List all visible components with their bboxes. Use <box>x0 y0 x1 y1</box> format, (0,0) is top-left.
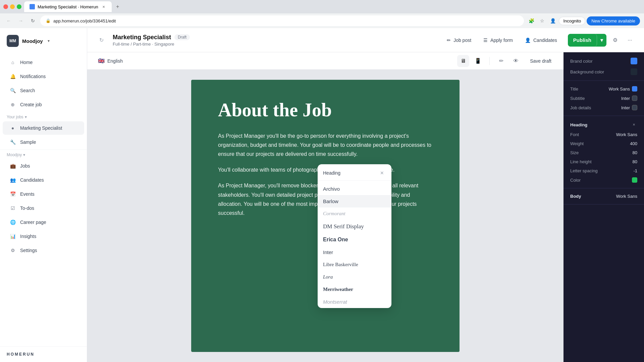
job-title-area: Marketing Specialist Draft <box>113 34 436 41</box>
body-section: Body Work Sans <box>564 188 644 204</box>
language-selector[interactable]: 🇬🇧 English <box>94 56 127 66</box>
publish-button[interactable]: Publish <box>568 34 597 47</box>
letter-spacing-row: Letter spacing -1 <box>570 168 637 173</box>
incognito-button[interactable]: Incognito <box>559 17 585 25</box>
tab-close-btn[interactable]: ✕ <box>101 4 106 9</box>
settings-header-btn[interactable]: ⚙ <box>609 34 621 46</box>
browser-chrome: Marketing Specialist · Homerun ✕ + <box>0 0 644 13</box>
insights-icon: 📊 <box>9 233 16 240</box>
brand-color-swatch[interactable] <box>631 58 637 64</box>
subtitle-color-swatch[interactable] <box>632 96 637 101</box>
nav-label-sample: Sample <box>20 139 36 145</box>
sidebar-item-settings[interactable]: ⚙ Settings <box>3 244 84 257</box>
sidebar-item-search[interactable]: 🔍 Search <box>3 84 84 97</box>
candidates-tab-icon: 👤 <box>525 38 531 43</box>
nav-label-search: Search <box>20 88 35 93</box>
more-options-btn[interactable]: ··· <box>624 34 636 46</box>
sidebar-item-notifications[interactable]: 🔔 Notifications <box>3 70 84 83</box>
window-maximize-btn[interactable] <box>17 4 21 9</box>
background-color-swatch[interactable] <box>631 68 637 75</box>
refresh-button[interactable]: ↻ <box>28 16 38 25</box>
font-item-erica-one[interactable]: Erica One <box>318 233 391 246</box>
sidebar-item-home[interactable]: ⌂ Home <box>3 56 84 69</box>
flag-icon: 🇬🇧 <box>98 58 105 64</box>
weight-label: Weight <box>570 141 584 146</box>
settings-icon: ⚙ <box>9 247 16 254</box>
canvas-toolbar-right: 🖥 📱 ✏ 👁 Save draft <box>457 55 557 67</box>
language-label: English <box>107 58 123 64</box>
company-chevron-icon[interactable]: ▾ <box>48 39 50 43</box>
forward-button[interactable]: → <box>16 16 25 25</box>
sidebar-item-todos[interactable]: ☑ To-dos <box>3 201 84 215</box>
nav-label-insights: Insights <box>20 234 36 239</box>
canvas-toolbar: 🇬🇧 English 🖥 📱 ✏ 👁 Save draft <box>87 52 564 70</box>
profile-btn[interactable]: 👤 <box>548 16 557 25</box>
font-item-inter[interactable]: Inter <box>318 246 391 258</box>
sync-button[interactable]: ↻ <box>95 34 107 46</box>
moodjoy-chevron-icon: ▾ <box>23 153 25 157</box>
preview-mode-btn[interactable]: 👁 <box>510 55 522 67</box>
window-close-btn[interactable] <box>3 4 8 9</box>
sidebar-item-jobs[interactable]: 💼 Jobs <box>3 159 84 173</box>
font-dropdown-list: Archivo Barlow Cormorant DM Serif Displa… <box>318 181 391 308</box>
title-font-row: Title Work Sans <box>570 86 637 92</box>
font-item-libre-baskerville[interactable]: Libre Baskerville <box>318 258 391 271</box>
title-color-swatch[interactable] <box>632 86 637 92</box>
edit-mode-btn[interactable]: ✏ <box>495 55 507 67</box>
brand-color-label: Brand color <box>570 59 592 64</box>
company-avatar: MM <box>7 35 19 47</box>
publish-dropdown-btn[interactable]: ▾ <box>597 34 606 47</box>
new-chrome-button[interactable]: New Chrome available <box>587 16 640 25</box>
job-title-text: Marketing Specialist <box>113 34 171 41</box>
heading-close-btn[interactable]: × <box>631 121 637 128</box>
font-item-cormorant[interactable]: Cormorant <box>318 207 391 220</box>
font-item-barlow[interactable]: Barlow <box>318 195 391 207</box>
mobile-view-btn[interactable]: 📱 <box>472 55 484 67</box>
lock-icon: 🔒 <box>46 18 51 23</box>
sidebar-item-marketing-specialist[interactable]: ● Marketing Specialist <box>3 121 84 135</box>
sidebar-item-insights[interactable]: 📊 Insights <box>3 230 84 243</box>
moodjoy-section-label: Moodjoy ▾ <box>0 149 87 159</box>
nav-label-career-page: Career page <box>20 220 46 225</box>
font-item-dm-serif[interactable]: DM Serif Display <box>318 220 391 233</box>
heading-title-row: Heading × <box>570 121 637 128</box>
window-minimize-btn[interactable] <box>10 4 15 9</box>
sidebar-item-create-job[interactable]: ⊕ Create job <box>3 98 84 111</box>
font-item-lora[interactable]: Lora <box>318 271 391 283</box>
font-item-montserrat[interactable]: Montserrat <box>318 296 391 308</box>
sidebar: MM Moodjoy ▾ ⌂ Home 🔔 Notifications 🔍 Se… <box>0 28 87 362</box>
font-item-merriweather[interactable]: Merriweather <box>318 283 391 296</box>
subtitle-font-row: Subtitle Inter <box>570 96 637 101</box>
tab-apply-form[interactable]: ☰ Apply form <box>478 35 518 46</box>
font-dropdown-close-btn[interactable]: ✕ <box>378 169 386 177</box>
sidebar-item-events[interactable]: 📅 Events <box>3 187 84 201</box>
weight-row: Weight 400 <box>570 141 637 146</box>
tab-job-post[interactable]: ✏ Job post <box>441 35 477 46</box>
heading-color-swatch[interactable] <box>632 177 637 183</box>
tab-candidates[interactable]: 👤 Candidates <box>520 35 562 46</box>
nav-label-todos: To-dos <box>20 205 34 211</box>
active-tab[interactable]: Marketing Specialist · Homerun ✕ <box>24 1 112 12</box>
sidebar-item-sample[interactable]: 🔧 Sample <box>3 135 84 149</box>
save-draft-button[interactable]: Save draft <box>525 56 557 66</box>
bookmark-btn[interactable]: ☆ <box>537 16 547 25</box>
nav-label-events: Events <box>20 191 35 197</box>
sidebar-item-career-page[interactable]: 🌐 Career page <box>3 216 84 229</box>
job-details-color-swatch[interactable] <box>632 105 637 110</box>
extensions-btn[interactable]: 🧩 <box>527 16 536 25</box>
company-initials: MM <box>9 39 16 43</box>
color-row-label: Color <box>570 178 581 183</box>
letter-spacing-value: -1 <box>633 168 637 173</box>
back-button[interactable]: ← <box>4 16 13 25</box>
font-item-archivo[interactable]: Archivo <box>318 183 391 195</box>
url-bar[interactable]: 🔒 app.homerun.co/job/336451/edit <box>40 15 524 26</box>
size-row: Size 80 <box>570 150 637 155</box>
job-details-font-value: Inter <box>621 105 630 110</box>
body-font-value: Work Sans <box>616 194 637 199</box>
new-tab-button[interactable]: + <box>113 2 122 11</box>
bell-icon: 🔔 <box>9 73 16 80</box>
desktop-view-btn[interactable]: 🖥 <box>457 55 469 67</box>
line-height-value: 80 <box>633 159 637 164</box>
font-row: Font Work Sans <box>570 132 637 137</box>
sidebar-item-candidates[interactable]: 👥 Candidates <box>3 173 84 187</box>
